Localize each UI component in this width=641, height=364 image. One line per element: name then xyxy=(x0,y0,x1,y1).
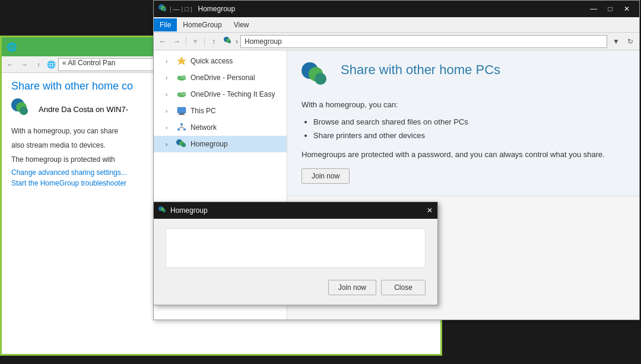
main-titlebar: | — | □ | Homegroup — □ ✕ xyxy=(154,1,639,17)
svg-rect-10 xyxy=(180,123,183,125)
network-icon xyxy=(176,122,187,133)
address-text: Homegroup xyxy=(245,37,282,46)
nav-separator2 xyxy=(204,37,205,46)
svg-point-3 xyxy=(181,75,186,79)
chevron-icon-5: › xyxy=(166,124,173,131)
maximize-button[interactable]: □ xyxy=(602,3,618,15)
dialog-title: Homegroup xyxy=(170,206,208,215)
back-button[interactable]: ← xyxy=(156,35,169,48)
menu-file[interactable]: File xyxy=(154,18,177,31)
chevron-icon-4: › xyxy=(166,108,173,114)
titlebar-icons: | — | □ | xyxy=(158,4,192,14)
sidebar-label-quick-access: Quick access xyxy=(191,57,282,65)
onedrive-personal-icon xyxy=(176,72,187,83)
menubar: File HomeGroup View xyxy=(154,17,639,33)
chevron-icon: › xyxy=(166,58,173,65)
share-text-block: Share with other home PCs xyxy=(341,62,500,80)
navbar: ← → ▼ ↑ › Homegroup ▼ ↻ xyxy=(154,33,639,50)
svg-point-6 xyxy=(181,92,186,95)
menu-view[interactable]: View xyxy=(228,18,255,31)
titlebar-separator3: | xyxy=(191,6,192,12)
share-bullet-1: Browse and search shared files on other … xyxy=(313,115,625,129)
share-logo xyxy=(302,62,331,92)
bg-homegroup-user: Andre Da Costa on WIN7- xyxy=(39,105,128,114)
bg-up-button[interactable]: ↑ xyxy=(33,59,45,71)
dialog-join-button[interactable]: Join now xyxy=(328,280,376,295)
sidebar-label-network: Network xyxy=(191,123,282,132)
titlebar-min-icon: — xyxy=(173,5,180,12)
share-title: Share with other home PCs xyxy=(341,62,500,78)
address-bar[interactable]: Homegroup xyxy=(240,35,607,48)
share-footer: Homegroups are protected with a password… xyxy=(302,150,625,159)
titlebar-separator1: | xyxy=(170,6,172,12)
sidebar-item-this-pc[interactable]: › This PC xyxy=(154,103,287,119)
share-header: Share with other home PCs xyxy=(302,62,625,92)
menu-homegroup[interactable]: HomeGroup xyxy=(177,18,227,31)
recent-button[interactable]: ▼ xyxy=(189,35,202,48)
chevron-icon-2: › xyxy=(166,75,173,81)
sidebar-label-onedrive-teching: OneDrive - Teching It Easy xyxy=(191,90,282,98)
svg-rect-7 xyxy=(177,107,186,113)
address-chevron: › xyxy=(236,37,238,46)
sidebar-item-onedrive-teching[interactable]: › OneDrive - Teching It Easy xyxy=(154,86,287,103)
minimize-button[interactable]: — xyxy=(586,3,601,15)
titlebar-separator2: | xyxy=(182,6,183,12)
share-subtitle: With a homegroup, you can: xyxy=(302,100,625,109)
titlebar-max-icon: □ xyxy=(185,5,189,12)
svg-rect-12 xyxy=(183,129,186,130)
svg-rect-8 xyxy=(179,113,184,114)
sidebar-item-quick-access[interactable]: › Quick access xyxy=(154,53,287,69)
up-button[interactable]: ↑ xyxy=(207,35,220,48)
dialog-app-icon xyxy=(158,206,167,215)
sidebar-item-network[interactable]: › Network xyxy=(154,119,287,136)
share-bullet-2: Share printers and other devices xyxy=(313,129,625,142)
dialog-body: Join now Close xyxy=(154,219,437,305)
chevron-icon-3: › xyxy=(166,91,173,98)
homegroup-icon xyxy=(176,139,187,149)
sidebar-label-this-pc: This PC xyxy=(191,107,282,115)
titlebar-title: Homegroup xyxy=(198,5,582,13)
sidebar-item-onedrive-personal[interactable]: › OneDrive - Personal xyxy=(154,69,287,86)
dialog-close-button[interactable]: ✕ xyxy=(427,206,433,215)
address-bar-container: › Homegroup xyxy=(224,35,607,48)
join-now-button[interactable]: Join now xyxy=(302,168,350,184)
dialog-close-btn[interactable]: Close xyxy=(381,280,426,295)
close-button[interactable]: ✕ xyxy=(619,3,634,15)
svg-marker-0 xyxy=(177,57,186,65)
dialog-window: Homegroup ✕ Join now Close xyxy=(153,202,438,305)
onedrive-teching-icon xyxy=(176,89,187,100)
this-pc-icon xyxy=(176,106,187,116)
svg-line-15 xyxy=(182,127,185,129)
dialog-titlebar: Homegroup ✕ xyxy=(154,202,437,219)
dialog-content-area xyxy=(166,228,426,268)
quick-access-icon xyxy=(176,56,187,66)
chevron-icon-6: › xyxy=(166,141,173,148)
dialog-buttons: Join now Close xyxy=(328,280,426,295)
svg-line-14 xyxy=(179,127,182,129)
titlebar-app-icon xyxy=(158,4,168,14)
address-dropdown-button[interactable]: ▼ xyxy=(610,35,623,48)
nav-separator1 xyxy=(186,37,186,46)
address-icon xyxy=(224,37,233,46)
sidebar-item-homegroup[interactable]: › Homegroup xyxy=(154,136,287,152)
share-bullets: Browse and search shared files on other … xyxy=(313,115,625,143)
titlebar-controls: — □ ✕ xyxy=(586,3,634,15)
forward-button[interactable]: → xyxy=(170,35,183,48)
share-panel: Share with other home PCs With a homegro… xyxy=(287,50,639,196)
sidebar-label-homegroup: Homegroup xyxy=(191,140,282,148)
svg-rect-11 xyxy=(177,129,180,130)
sidebar-label-onedrive-personal: OneDrive - Personal xyxy=(191,74,282,82)
bg-forward-button[interactable]: → xyxy=(18,59,30,71)
refresh-button[interactable]: ↻ xyxy=(624,35,637,48)
bg-back-button[interactable]: ← xyxy=(4,59,16,71)
svg-rect-9 xyxy=(178,114,185,115)
